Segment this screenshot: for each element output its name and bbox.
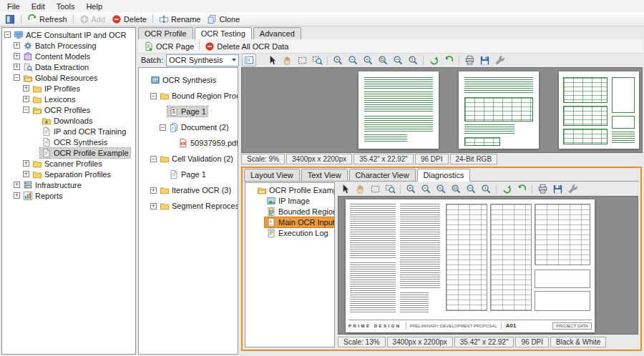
tab-diagnostics[interactable]: Diagnostics — [417, 169, 471, 182]
menu-tools[interactable]: Tools — [51, 1, 81, 11]
tree-item-ocr-synthesis[interactable]: OCR Synthesis — [2, 137, 135, 147]
expand-toggle[interactable]: + — [23, 160, 29, 167]
expand-toggle[interactable]: + — [23, 85, 29, 92]
rotate-ccw-button[interactable] — [441, 54, 456, 66]
image-viewer[interactable] — [241, 67, 643, 153]
tab-ocr-profile[interactable]: OCR Profile — [138, 27, 193, 40]
save-button[interactable] — [477, 54, 492, 66]
rotate-cw-button[interactable] — [499, 183, 514, 196]
tree-item-lexicons[interactable]: +Lexicons — [2, 94, 135, 104]
zoom-out-button[interactable] — [419, 183, 433, 196]
tree-item-downloads[interactable]: Downloads — [2, 115, 135, 126]
nav-panel-button[interactable] — [2, 14, 18, 25]
menu-help[interactable]: Help — [80, 1, 108, 11]
rotate-ccw-button[interactable] — [514, 183, 529, 196]
zoom-in-button[interactable] — [331, 54, 345, 66]
tree-item-segment-reprocessing-4[interactable]: +Segment Reprocessing (4) — [139, 201, 238, 211]
save-button[interactable] — [550, 183, 565, 196]
collapse-toggle[interactable]: − — [14, 74, 20, 81]
tree-item-ip-profiles[interactable]: +IP Profiles — [2, 83, 135, 94]
collapse-toggle[interactable]: − — [160, 124, 166, 131]
expand-toggle[interactable]: + — [14, 53, 20, 59]
rename-button[interactable]: Rename — [156, 14, 204, 25]
page-thumbnail[interactable] — [559, 71, 639, 149]
marquee-button[interactable] — [295, 54, 309, 66]
pointer-button[interactable] — [338, 183, 352, 196]
settings-button[interactable] — [492, 54, 507, 66]
tree-item-bound-region-processing-1[interactable]: −Bound Region Processing (1) — [139, 91, 238, 101]
tab-ocr-testing[interactable]: OCR Testing — [195, 27, 252, 40]
ocr-page-button[interactable]: OCR Page — [141, 41, 197, 52]
tree-item-page-1[interactable]: Page 1 — [139, 169, 238, 179]
tree-item-ocr-profiles[interactable]: −OCR Profiles — [2, 104, 135, 115]
batch-select[interactable]: OCR Synthesis — [166, 54, 239, 66]
tree-item-content-models[interactable]: +Content Models — [2, 51, 135, 61]
tree-item-infrastructure[interactable]: +Infrastructure — [2, 179, 135, 190]
tab-advanced[interactable]: Advanced — [253, 27, 301, 40]
zoom-select-button[interactable] — [383, 183, 397, 196]
tree-item-execution-log[interactable]: Execution Log — [245, 227, 334, 238]
zoom-width-button[interactable] — [464, 183, 478, 196]
marquee-button[interactable] — [368, 183, 382, 196]
tree-item-ocr-profile-example[interactable]: OCR Profile Example — [245, 184, 334, 195]
tree-item-document-2[interactable]: −Document (2) — [139, 122, 238, 132]
panel-toggle-button[interactable] — [242, 54, 256, 66]
pointer-button[interactable] — [265, 54, 279, 66]
menu-edit[interactable]: Edit — [26, 1, 51, 11]
zoom-out-button[interactable] — [346, 54, 360, 66]
tab-character-view[interactable]: Character View — [349, 169, 416, 182]
tree-item-ocr-profile-example[interactable]: OCR Profile Example — [2, 147, 135, 158]
collapse-toggle[interactable]: − — [4, 31, 11, 38]
tree-item-scanner-profiles[interactable]: +Scanner Profiles — [2, 158, 135, 169]
page-thumbnail[interactable] — [358, 71, 439, 149]
zoom-width-button[interactable] — [391, 54, 405, 66]
tree-item-reports[interactable]: +Reports — [2, 190, 135, 201]
expand-toggle[interactable]: + — [150, 187, 157, 194]
print-button[interactable] — [462, 54, 477, 66]
tree-item-ocr-synthesis[interactable]: OCR Synthesis — [139, 75, 238, 85]
delete-button[interactable]: Delete — [109, 14, 150, 25]
zoom-height-button[interactable] — [406, 54, 420, 66]
tree-item-ip-image[interactable]: IP Image — [245, 195, 334, 206]
tree-item-batch-processing[interactable]: +Batch Processing — [2, 40, 135, 51]
tab-layout-view[interactable]: Layout View — [244, 169, 300, 182]
zoom-actual-button[interactable] — [434, 183, 448, 196]
expand-toggle[interactable]: + — [14, 192, 20, 199]
rotate-cw-button[interactable] — [426, 54, 441, 66]
expand-toggle[interactable]: + — [14, 64, 20, 70]
tree-item-ace-consultant-ip-and-ocr[interactable]: −ACE Consultant IP and OCR — [2, 29, 135, 40]
zoom-height-button[interactable] — [479, 183, 493, 196]
tree-item-iterative-ocr-3[interactable]: +Iterative OCR (3) — [139, 185, 238, 195]
diagnostics-viewer[interactable]: PRIME DESIGN PRELIMINARY DEVELOPMENT PRO… — [338, 196, 638, 335]
tree-item-separation-profiles[interactable]: +Separation Profiles — [2, 169, 135, 179]
tree-item-data-extraction[interactable]: +Data Extraction — [2, 61, 135, 72]
zoom-actual-button[interactable] — [361, 54, 375, 66]
zoom-fit-button[interactable] — [376, 54, 390, 66]
page-thumbnail[interactable] — [459, 71, 539, 149]
collapse-toggle[interactable]: − — [150, 156, 157, 162]
tree-item-ip-and-ocr-training[interactable]: IP and OCR Training — [2, 126, 135, 137]
tree-item-main-ocr-input[interactable]: AMain OCR Input — [245, 217, 334, 227]
clone-button[interactable]: Clone — [204, 14, 243, 25]
zoom-fit-button[interactable] — [449, 183, 463, 196]
collapse-toggle[interactable]: − — [23, 107, 29, 113]
expand-toggle[interactable]: + — [14, 182, 20, 188]
tab-text-view[interactable]: Text View — [301, 169, 348, 182]
tree-item-cell-validation-2[interactable]: −Cell Validation (2) — [139, 154, 238, 164]
refresh-button[interactable]: Refresh — [24, 14, 70, 25]
tree-item-global-resources[interactable]: −Global Resources — [2, 72, 135, 83]
menu-file[interactable]: File — [1, 1, 26, 11]
expand-toggle[interactable]: + — [23, 171, 29, 177]
zoom-select-button[interactable] — [310, 54, 324, 66]
delete-all-ocr-data-button[interactable]: Delete All OCR Data — [202, 41, 291, 52]
tree-item-bounded-regions[interactable]: Bounded Regions — [245, 206, 334, 217]
hand-button[interactable] — [353, 183, 367, 196]
settings-button[interactable] — [565, 183, 580, 196]
zoom-in-button[interactable] — [404, 183, 418, 196]
add-button[interactable]: Add — [77, 14, 109, 25]
tree-item-50937959-pdf[interactable]: 50937959.pdf — [139, 138, 238, 148]
hand-button[interactable] — [280, 54, 294, 66]
collapse-toggle[interactable]: − — [150, 93, 157, 99]
expand-toggle[interactable]: + — [23, 96, 29, 102]
tree-item-page-1[interactable]: Page 1 — [139, 107, 238, 117]
